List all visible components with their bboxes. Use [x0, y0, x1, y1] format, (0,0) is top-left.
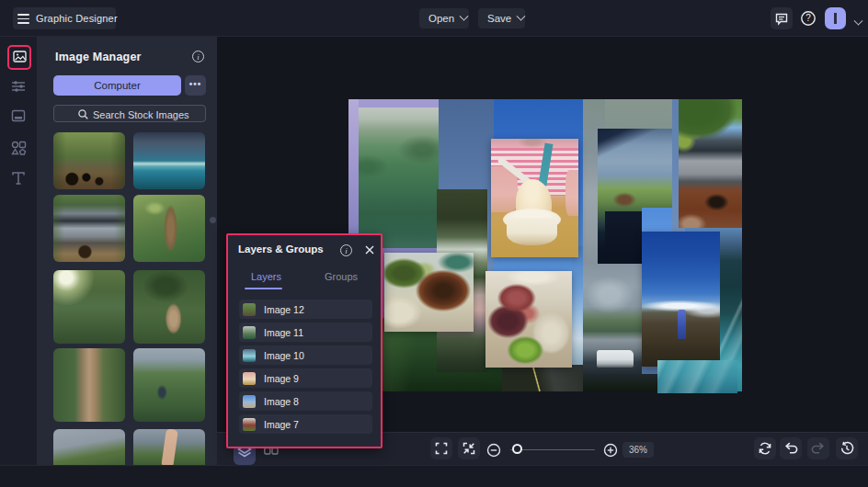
svg-text:?: ? — [805, 13, 811, 23]
